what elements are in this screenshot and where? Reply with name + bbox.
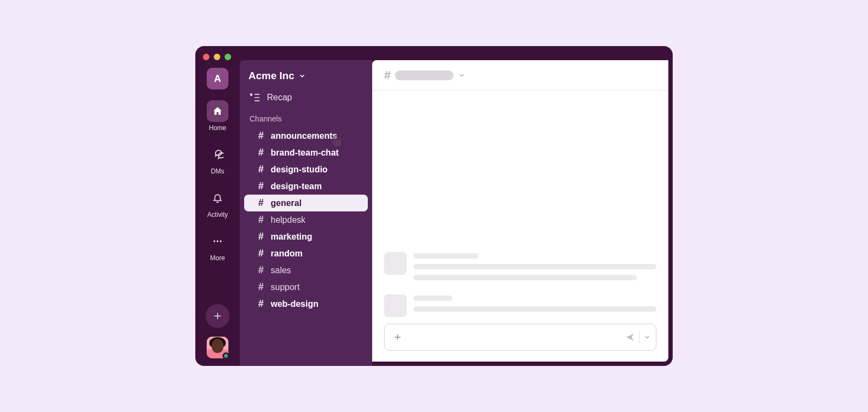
message-placeholder	[384, 252, 656, 280]
avatar-placeholder	[384, 252, 407, 275]
message-list	[372, 91, 668, 324]
channel-list: #announcements#brand-team-chat#design-st…	[240, 127, 372, 312]
channel-name: helpdesk	[271, 215, 305, 225]
text-placeholder	[413, 253, 478, 259]
channel-item-design-team[interactable]: #design-team	[244, 178, 368, 195]
channel-name: brand-team-chat	[271, 148, 339, 158]
rail-label: Home	[209, 124, 226, 132]
conversation-pane: #	[372, 60, 668, 362]
recap-icon	[250, 93, 260, 102]
channel-name: design-team	[271, 182, 322, 191]
channel-item-web-design[interactable]: #web-design	[244, 295, 368, 312]
channel-item-general[interactable]: #general	[244, 195, 368, 211]
rail-item-dms[interactable]: DMs	[195, 144, 240, 175]
hash-icon: #	[257, 164, 265, 175]
send-controls	[625, 331, 650, 343]
hash-icon: #	[257, 298, 265, 310]
channel-item-marketing[interactable]: #marketing	[244, 228, 368, 245]
channel-item-random[interactable]: #random	[244, 245, 368, 262]
window-minimize-button[interactable]	[214, 54, 220, 60]
channel-name: web-design	[271, 299, 318, 309]
rail-bottom	[206, 304, 229, 366]
text-placeholder	[413, 275, 637, 280]
dms-icon	[207, 144, 228, 165]
workspace-switcher[interactable]: A	[207, 68, 228, 89]
create-new-button[interactable]	[206, 304, 229, 328]
channel-name: sales	[271, 266, 291, 275]
channel-item-design-studio[interactable]: #design-studio	[244, 161, 368, 178]
rail-item-activity[interactable]: Activity	[195, 187, 240, 218]
chevron-down-icon	[458, 72, 465, 79]
avatar-placeholder	[384, 294, 407, 317]
app-window: A Home DMs Activity	[195, 46, 673, 366]
hash-icon: #	[257, 197, 265, 209]
text-placeholder	[413, 295, 452, 301]
more-icon	[207, 230, 228, 252]
presence-indicator	[222, 352, 229, 359]
channel-name-placeholder	[395, 70, 454, 80]
channel-name: random	[271, 249, 303, 259]
divider	[639, 331, 640, 343]
chevron-down-icon	[298, 72, 306, 80]
text-placeholder	[413, 264, 656, 269]
channel-header[interactable]: #	[372, 60, 668, 91]
hash-icon: #	[257, 265, 265, 276]
rail-label: DMs	[211, 168, 225, 175]
workspace-letter: A	[214, 73, 221, 85]
hash-icon: #	[257, 214, 265, 226]
attach-button[interactable]	[390, 330, 405, 345]
hash-icon: #	[257, 281, 265, 293]
window-close-button[interactable]	[203, 54, 209, 60]
channel-item-helpdesk[interactable]: #helpdesk	[244, 211, 368, 228]
channel-item-brand-team-chat[interactable]: #brand-team-chat	[244, 144, 368, 161]
home-icon	[207, 100, 228, 122]
channels-section-label[interactable]: Channels	[240, 112, 372, 127]
window-titlebar	[195, 46, 673, 60]
channel-item-support[interactable]: #support	[244, 279, 368, 295]
channel-sidebar: Acme Inc Recap Channels #announcements#b…	[240, 60, 372, 366]
hash-icon: #	[257, 130, 265, 141]
recap-item[interactable]: Recap	[240, 89, 372, 112]
rail-item-more[interactable]: More	[195, 230, 240, 262]
rail-label: More	[210, 254, 225, 262]
channel-name: design-studio	[271, 165, 328, 175]
rail-item-home[interactable]: Home	[195, 100, 240, 132]
channel-name: support	[271, 282, 299, 292]
channel-name: marketing	[271, 232, 312, 242]
nav-rail: A Home DMs Activity	[195, 60, 240, 366]
workspace-menu[interactable]: Acme Inc	[240, 67, 372, 89]
channel-item-announcements[interactable]: #announcements	[244, 127, 368, 144]
bell-icon	[207, 187, 228, 209]
app-body: A Home DMs Activity	[195, 60, 673, 366]
chevron-down-icon[interactable]	[644, 334, 650, 340]
message-composer[interactable]	[384, 324, 656, 351]
hash-icon: #	[257, 181, 265, 192]
recap-label: Recap	[267, 93, 292, 102]
svg-point-1	[216, 240, 218, 242]
svg-point-2	[220, 240, 221, 242]
window-zoom-button[interactable]	[225, 54, 231, 60]
rail-label: Activity	[207, 211, 228, 218]
text-placeholder	[413, 306, 656, 312]
channel-item-sales[interactable]: #sales	[244, 262, 368, 279]
hash-icon: #	[384, 68, 391, 82]
svg-point-0	[214, 240, 215, 242]
workspace-name: Acme Inc	[248, 70, 294, 82]
send-icon[interactable]	[625, 332, 635, 342]
channel-name: general	[271, 198, 302, 208]
hash-icon: #	[257, 231, 265, 242]
hash-icon: #	[257, 147, 265, 158]
user-avatar[interactable]	[207, 337, 228, 358]
hash-icon: #	[257, 248, 265, 259]
channel-name: announcements	[271, 131, 337, 141]
message-placeholder	[384, 294, 656, 317]
